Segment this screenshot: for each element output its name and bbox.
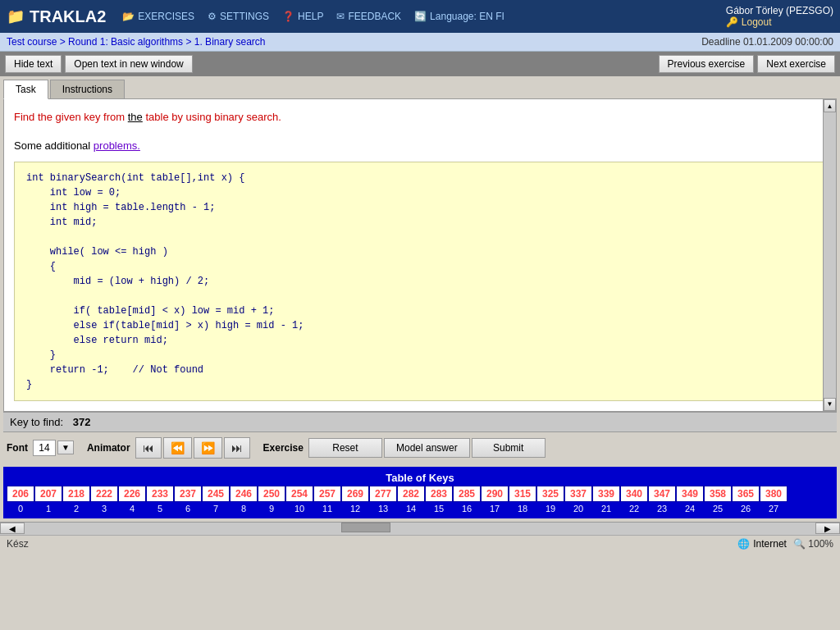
deadline: Deadline 01.01.2009 00:00:00 (701, 36, 833, 48)
breadcrumb-bar: Test course > Round 1: Basic algorithms … (0, 33, 840, 52)
breadcrumb: Test course > Round 1: Basic algorithms … (7, 36, 266, 48)
task-description: Find the given key from the table by usi… (14, 109, 826, 126)
nav-links: 📂 EXERCISES ⚙ SETTINGS ❓ HELP ✉ FEEDBACK… (122, 11, 726, 22)
table-key-cell: 349 (676, 486, 704, 502)
language-icon: 🔄 (414, 11, 427, 22)
table-keys-row: 2062072182222262332372452462502542572692… (7, 486, 833, 502)
internet-label: Internet (753, 538, 787, 550)
tab-task[interactable]: Task (3, 80, 48, 99)
exercises-link[interactable]: 📂 EXERCISES (122, 11, 194, 22)
table-index-cell: 23 (648, 502, 676, 515)
table-key-cell: 283 (425, 486, 453, 502)
font-select: 14 ▼ (33, 440, 74, 456)
font-label: Font (7, 442, 28, 454)
open-new-window-button[interactable]: Open text in new window (65, 55, 192, 73)
app-logo: 📁 TRAKLA2 (7, 7, 106, 26)
table-key-cell: 290 (481, 486, 509, 502)
table-key-cell: 246 (230, 486, 258, 502)
exercises-icon: 📂 (122, 11, 135, 22)
tabs-bar: Task Instructions (0, 76, 840, 98)
task-text-highlight: the (128, 111, 143, 123)
hscroll-left[interactable]: ◀ (0, 523, 25, 534)
scroll-up[interactable]: ▲ (824, 99, 836, 112)
submit-button[interactable]: Submit (472, 438, 546, 458)
key-icon: 🔑 (726, 16, 738, 28)
key-label: Key to find: (10, 416, 63, 428)
right-buttons: Previous exercise Next exercise (659, 55, 835, 73)
table-visualization: Table of Keys 20620721822222623323724524… (3, 467, 837, 518)
controls-bar: Font 14 ▼ Animator ⏮ ⏪ ⏩ ⏭ Exercise Rese… (0, 432, 840, 463)
content-area: Find the given key from the table by usi… (3, 98, 837, 412)
left-buttons: Hide text Open text in new window (5, 55, 193, 73)
settings-link[interactable]: ⚙ SETTINGS (208, 11, 269, 22)
feedback-link[interactable]: ✉ FEEDBACK (336, 11, 401, 22)
table-key-cell: 340 (620, 486, 648, 502)
table-index-cell: 21 (592, 502, 620, 515)
font-down-arrow[interactable]: ▼ (57, 441, 74, 454)
internet-status: 🌐 Internet (737, 538, 787, 550)
task-text-part2: table by using binary search. (143, 111, 281, 123)
table-key-cell: 207 (34, 486, 62, 502)
table-index-cell: 4 (118, 502, 146, 515)
additional-link[interactable]: problems. (94, 139, 140, 152)
user-info: Gábor Törley (PEZSGO) 🔑 Logout (726, 5, 833, 28)
logo-icon: 📁 (7, 7, 25, 25)
exercise-section: Exercise Reset Model answer Submit (263, 438, 833, 458)
model-answer-button[interactable]: Model answer (384, 438, 470, 458)
table-key-cell: 218 (62, 486, 90, 502)
table-index-cell: 11 (313, 502, 341, 515)
table-indices-row: 0123456789101112131415161718192021222324… (7, 502, 833, 515)
table-index-cell: 14 (397, 502, 425, 515)
table-key-cell: 277 (369, 486, 397, 502)
help-link[interactable]: ❓ HELP (282, 11, 323, 22)
table-key-cell: 282 (397, 486, 425, 502)
feedback-icon: ✉ (336, 11, 345, 22)
table-key-cell: 206 (7, 486, 34, 502)
scroll-down[interactable]: ▼ (824, 398, 836, 411)
table-key-cell: 269 (341, 486, 369, 502)
anim-first-button[interactable]: ⏮ (135, 437, 162, 459)
key-bar: Key to find: 372 (3, 412, 837, 432)
tab-instructions[interactable]: Instructions (50, 80, 125, 98)
table-index-cell: 12 (341, 502, 369, 515)
animator-section: Animator ⏮ ⏪ ⏩ ⏭ (87, 437, 250, 459)
additional-text: Some additional problems. (14, 139, 826, 152)
table-key-cell: 245 (202, 486, 230, 502)
hide-text-button[interactable]: Hide text (5, 55, 62, 73)
table-key-cell: 315 (509, 486, 536, 502)
table-index-cell: 6 (174, 502, 202, 515)
table-index-cell: 20 (564, 502, 592, 515)
table-index-cell: 8 (230, 502, 258, 515)
exercise-buttons: Reset Model answer Submit (308, 438, 546, 458)
anim-prev-button[interactable]: ⏪ (163, 437, 192, 459)
status-right: 🌐 Internet 🔍 100% (737, 538, 833, 550)
hscroll-thumb[interactable] (341, 523, 390, 532)
anim-last-button[interactable]: ⏭ (224, 437, 250, 459)
table-index-cell: 10 (285, 502, 313, 515)
zoom-icon: 🔍 (793, 538, 806, 550)
right-scrollbar[interactable]: ▲ ▼ (823, 99, 836, 411)
previous-exercise-button[interactable]: Previous exercise (659, 55, 755, 73)
hscroll[interactable]: ◀ ▶ (0, 522, 840, 535)
table-key-cell: 226 (118, 486, 146, 502)
next-exercise-button[interactable]: Next exercise (757, 55, 835, 73)
username: Gábor Törley (PEZSGO) (726, 5, 833, 16)
table-key-cell: 222 (90, 486, 118, 502)
anim-next-button[interactable]: ⏩ (194, 437, 222, 459)
hscroll-track (25, 523, 815, 535)
reset-button[interactable]: Reset (308, 438, 382, 458)
table-index-cell: 22 (620, 502, 648, 515)
table-key-cell: 233 (146, 486, 174, 502)
table-index-cell: 27 (760, 502, 788, 515)
hscroll-right[interactable]: ▶ (815, 523, 840, 534)
status-text: Kész (7, 538, 29, 550)
table-index-cell: 3 (90, 502, 118, 515)
exercise-label: Exercise (263, 442, 304, 454)
navbar: 📁 TRAKLA2 📂 EXERCISES ⚙ SETTINGS ❓ HELP … (0, 0, 840, 33)
status-bar: Kész 🌐 Internet 🔍 100% (0, 535, 840, 552)
font-section: Font 14 ▼ (7, 440, 74, 456)
key-value: 372 (73, 416, 91, 428)
table-index-cell: 9 (258, 502, 285, 515)
logout-button[interactable]: 🔑 Logout (726, 16, 833, 28)
language-selector[interactable]: 🔄 Language: EN FI (414, 11, 504, 22)
